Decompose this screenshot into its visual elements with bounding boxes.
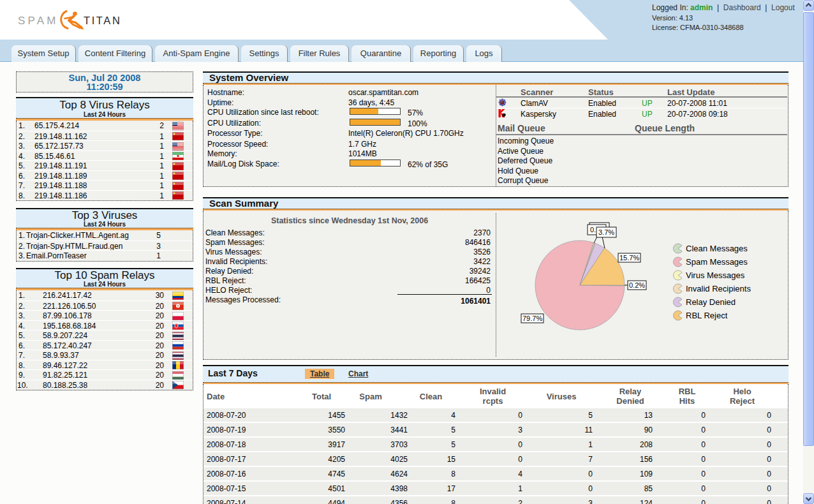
svg-text:TITAN: TITAN xyxy=(84,15,121,26)
svg-text:SPAM: SPAM xyxy=(18,15,59,27)
